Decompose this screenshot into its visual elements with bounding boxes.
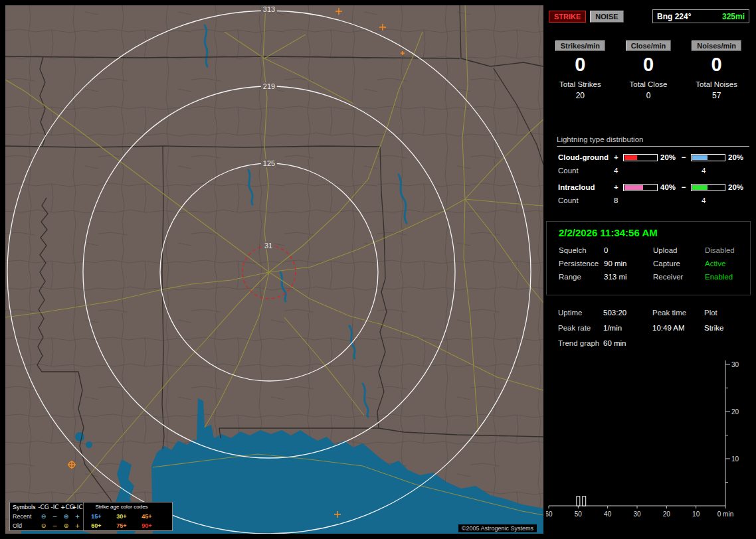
- receiver-label: Receiver: [653, 273, 705, 281]
- lightning-map[interactable]: 313 219 125 31 Symbols -CG -IC +CG +IC S…: [5, 5, 543, 534]
- svg-text:20: 20: [731, 408, 739, 416]
- peak-time-label: Peak time: [652, 309, 704, 317]
- trend-section: Uptime 503:20 Peak time Plot Peak rate 1…: [546, 302, 751, 534]
- strikes-per-min-label: Strikes/min: [555, 40, 605, 51]
- trend-chart: 1020306050403020100 min: [546, 354, 749, 520]
- distribution-title: Lightning type distribution: [557, 135, 749, 147]
- close-counter: Close/min 0 Total Close 0: [614, 39, 683, 100]
- cloud-ground-label: Cloud-ground: [558, 153, 614, 161]
- noises-per-min-value: 0: [682, 54, 751, 74]
- counters-section: STRIKE NOISE Bng 224° 325mi Strikes/min …: [546, 7, 751, 100]
- total-close-value: 0: [614, 91, 683, 100]
- cg-negative-count: 4: [691, 167, 745, 175]
- range-ring-label: 125: [261, 159, 277, 167]
- cloud-ground-count-row: Count 4 4: [558, 167, 749, 175]
- pos-cg-header: +CG: [60, 504, 72, 510]
- ic-positive-pct: 40%: [658, 183, 682, 191]
- pos-ic-symbol-icon: +: [72, 513, 83, 520]
- peak-time-value: 10:49 AM: [652, 324, 704, 332]
- pos-ic-symbol-icon: +: [72, 522, 83, 529]
- legend-recent-row: Recent ⊖ − ⊕ + 15+ 30+ 45+: [10, 512, 172, 521]
- ic-positive-count: 8: [614, 196, 682, 204]
- capture-label: Capture: [653, 260, 705, 268]
- range-ring-label: 31: [262, 242, 274, 250]
- neg-cg-header: -CG: [38, 504, 49, 510]
- strikes-per-min-value: 0: [546, 54, 614, 74]
- total-strikes-value: 20: [546, 91, 614, 100]
- age-code: 30+: [109, 513, 134, 520]
- svg-text:10: 10: [692, 510, 700, 518]
- stats-row: Peak rate 1/min 10:49 AM Strike: [558, 324, 751, 332]
- pos-ic-header: +IC: [72, 504, 83, 510]
- trend-graph-row: Trend graph 60 min: [558, 339, 751, 347]
- app-window: 313 219 125 31 Symbols -CG -IC +CG +IC S…: [0, 0, 756, 539]
- status-row: Persistence 90 min Capture Active: [559, 260, 750, 268]
- status-row: Squelch 0 Upload Disabled: [559, 246, 750, 254]
- ic-negative-count: 4: [691, 196, 745, 204]
- old-label: Old: [10, 522, 38, 529]
- total-noises-label: Total Noises: [682, 80, 751, 88]
- plus-sign: +: [614, 183, 623, 191]
- legend-symbols-label: Symbols: [10, 504, 38, 510]
- uptime-label: Uptime: [558, 309, 603, 317]
- distribution-section: Lightning type distribution Cloud-ground…: [546, 135, 751, 213]
- age-code: 90+: [134, 522, 159, 529]
- peak-rate-value: 1/min: [603, 324, 652, 332]
- close-per-min-value: 0: [614, 54, 683, 74]
- ic-negative-pct: 20%: [725, 183, 745, 191]
- cg-negative-bar: [691, 154, 725, 161]
- datetime-display: 2/2/2026 11:34:56 AM: [559, 227, 750, 238]
- cg-negative-pct: 20%: [725, 153, 745, 161]
- svg-text:0 min: 0 min: [717, 510, 733, 518]
- svg-text:30: 30: [633, 510, 641, 518]
- bearing-distance: 325mi: [722, 12, 745, 21]
- strikes-counter: Strikes/min 0 Total Strikes 20: [546, 39, 614, 100]
- cg-positive-pct: 20%: [658, 153, 682, 161]
- cg-positive-bar: [623, 154, 658, 161]
- bearing-value: Bng 224°: [657, 12, 691, 21]
- neg-cg-symbol-icon: ⊖: [38, 513, 49, 520]
- pos-cg-symbol-icon: ⊕: [60, 522, 72, 529]
- trend-graph-window: 60 min: [603, 339, 652, 347]
- stats-row: Uptime 503:20 Peak time Plot: [558, 309, 751, 317]
- capture-status: Active: [705, 260, 750, 268]
- intracloud-count-row: Count 8 4: [558, 196, 749, 204]
- age-code: 15+: [84, 513, 109, 520]
- plot-value: Strike: [704, 324, 751, 332]
- total-noises-value: 57: [682, 91, 751, 100]
- total-strikes-label: Total Strikes: [546, 80, 614, 88]
- svg-text:20: 20: [663, 510, 671, 518]
- intracloud-label: Intracloud: [558, 183, 614, 191]
- strike-toggle-button[interactable]: STRIKE: [549, 11, 586, 23]
- range-value: 313 mi: [604, 273, 653, 281]
- minus-sign: −: [682, 153, 691, 161]
- svg-text:10: 10: [731, 455, 739, 463]
- squelch-value: 0: [604, 246, 653, 254]
- ic-positive-bar: [623, 184, 658, 191]
- trend-graph-label: Trend graph: [558, 339, 603, 347]
- ic-negative-bar: [691, 184, 725, 191]
- range-ring-label: 313: [261, 5, 277, 13]
- copyright-notice: ©2005 Astrogenic Systems: [458, 524, 537, 532]
- neg-ic-header: -IC: [49, 504, 60, 510]
- age-code: 75+: [109, 522, 134, 529]
- age-code: 45+: [134, 513, 159, 520]
- neg-ic-symbol-icon: −: [49, 522, 60, 529]
- upload-status: Disabled: [705, 246, 750, 254]
- svg-text:60: 60: [546, 510, 553, 518]
- cg-positive-count: 4: [614, 167, 682, 175]
- plus-sign: +: [614, 153, 623, 161]
- noise-toggle-button[interactable]: NOISE: [590, 11, 623, 23]
- squelch-label: Squelch: [559, 246, 604, 254]
- peak-rate-label: Peak rate: [558, 324, 603, 332]
- persistence-value: 90 min: [604, 260, 653, 268]
- svg-text:40: 40: [604, 510, 612, 518]
- cloud-ground-row: Cloud-ground + 20% − 20%: [558, 153, 749, 161]
- legend-header-row: Symbols -CG -IC +CG +IC Strike age color…: [10, 502, 172, 512]
- persistence-label: Persistence: [559, 260, 604, 268]
- range-ring-label: 219: [261, 82, 277, 90]
- neg-ic-symbol-icon: −: [49, 513, 60, 520]
- strike-legend: Symbols -CG -IC +CG +IC Strike age color…: [9, 502, 173, 531]
- plot-label: Plot: [704, 309, 751, 317]
- count-label: Count: [558, 167, 614, 175]
